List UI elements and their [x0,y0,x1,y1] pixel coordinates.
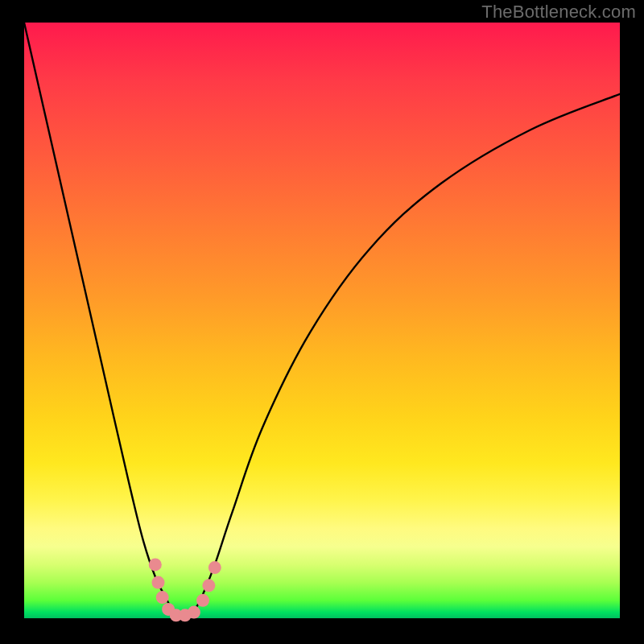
highlight-dot [196,594,209,607]
highlight-dot [208,561,221,574]
plot-area [24,23,620,618]
highlight-dots [149,558,221,621]
highlight-dot [156,591,169,604]
highlight-dot [152,576,165,589]
highlight-dot [188,606,200,619]
chart-frame: TheBottleneck.com [0,0,644,644]
highlight-dot [202,579,215,592]
curve-layer [24,23,620,618]
watermark-text: TheBottleneck.com [481,2,636,23]
highlight-dot [149,558,162,571]
bottleneck-curve [24,23,620,619]
